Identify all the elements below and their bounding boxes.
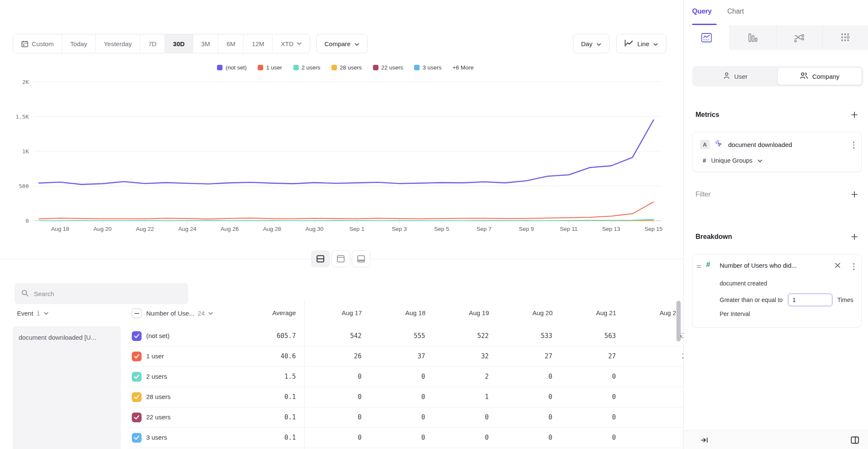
- collapse-panel-icon[interactable]: [701, 437, 708, 443]
- series-column-header[interactable]: Number of Use... 24: [146, 309, 213, 317]
- breakdown-menu-button[interactable]: [851, 261, 857, 272]
- breakdown-card[interactable]: # Number of Users who did... document cr…: [692, 254, 862, 327]
- svg-text:1.5K: 1.5K: [16, 114, 29, 120]
- svg-text:1K: 1K: [22, 148, 29, 155]
- date-column-header: Aug 19: [447, 309, 511, 316]
- hash-icon: #: [703, 157, 706, 164]
- condition-label: Greater than or equal to: [720, 297, 783, 303]
- event-col-label: Event: [17, 310, 33, 317]
- metric-measure-selector[interactable]: # Unique Groups: [703, 157, 762, 164]
- add-filter-button[interactable]: [851, 191, 858, 198]
- layout-toggle-group: [311, 250, 370, 267]
- row-label: 1 user: [146, 352, 164, 360]
- event-column-header[interactable]: Event 1: [17, 309, 49, 317]
- drag-handle-icon[interactable]: [696, 263, 702, 271]
- date-column-header: Aug 21: [574, 309, 638, 316]
- row-value: 0: [574, 373, 638, 380]
- row-value: 0: [320, 413, 384, 421]
- svg-text:Sep 13: Sep 13: [602, 226, 620, 232]
- svg-text:Sep 15: Sep 15: [645, 226, 663, 232]
- row-checkbox[interactable]: [132, 331, 142, 341]
- row-value: 37: [384, 352, 447, 360]
- svg-text:Sep 9: Sep 9: [519, 226, 534, 232]
- table-scrollbar[interactable]: [676, 301, 681, 341]
- chart-type-line-tab[interactable]: [684, 25, 729, 50]
- row-checkbox[interactable]: [132, 372, 142, 382]
- panel-tabs: Query Chart: [684, 0, 868, 25]
- layout-table-only-button[interactable]: [352, 250, 370, 267]
- layout-split-button[interactable]: [311, 250, 330, 267]
- scope-user-label: User: [734, 73, 748, 80]
- row-value: 0: [511, 413, 574, 421]
- row-label: (not set): [146, 332, 170, 339]
- select-all-checkbox[interactable]: [132, 308, 142, 318]
- row-value: 522: [447, 332, 511, 340]
- svg-text:0: 0: [25, 218, 29, 224]
- times-label: Times: [837, 297, 854, 303]
- breakdown-heading: Breakdown: [696, 233, 732, 241]
- panel-footer: [684, 430, 868, 449]
- layout-chart-only-button[interactable]: [331, 250, 350, 267]
- scope-user-option[interactable]: User: [693, 67, 777, 85]
- metric-card[interactable]: A document downloaded # Unique Groups: [692, 132, 862, 172]
- event-list-item[interactable]: document downloaded [U...: [13, 326, 121, 449]
- event-click-icon: [715, 139, 723, 150]
- chart-type-bar-tab[interactable]: [729, 25, 776, 50]
- row-value: 555: [384, 332, 447, 340]
- svg-text:Aug 22: Aug 22: [136, 226, 154, 232]
- chevron-down-icon: [757, 157, 762, 164]
- hash-green-icon: #: [706, 261, 710, 269]
- series-col-count: 24: [198, 310, 205, 317]
- svg-text:500: 500: [19, 183, 29, 189]
- row-value: 32: [447, 352, 511, 360]
- row-value: 0: [511, 393, 574, 401]
- tab-chart[interactable]: Chart: [727, 8, 744, 15]
- per-interval-label: Per Interval: [720, 310, 750, 317]
- row-checkbox[interactable]: [132, 352, 142, 361]
- svg-text:Aug 24: Aug 24: [178, 226, 197, 232]
- svg-text:2K: 2K: [22, 79, 29, 85]
- line-chart: 05001K1.5K2KAug 18Aug 20Aug 22Aug 24Aug …: [0, 0, 683, 271]
- row-label: 3 users: [146, 434, 167, 441]
- row-value: 0: [384, 413, 447, 421]
- row-value: 0: [384, 434, 447, 441]
- split-view-icon[interactable]: [851, 436, 859, 444]
- active-tab-underline: [692, 24, 717, 25]
- svg-text:Sep 1: Sep 1: [349, 226, 364, 232]
- row-checkbox[interactable]: [132, 433, 142, 443]
- row-average: 0.1: [211, 393, 296, 401]
- chart-type-scatter-tab[interactable]: [822, 25, 868, 50]
- add-metric-button[interactable]: [851, 111, 858, 118]
- row-value: 0: [574, 413, 638, 421]
- scope-company-label: Company: [812, 73, 839, 80]
- row-value: 27: [574, 352, 638, 360]
- query-panel: Query Chart User Company Metrics A docum…: [683, 0, 868, 449]
- date-column-header: Aug 17: [320, 309, 384, 316]
- row-value: 0: [511, 373, 574, 380]
- metrics-heading: Metrics: [696, 111, 719, 119]
- add-breakdown-button[interactable]: [851, 233, 858, 240]
- search-icon: [21, 289, 29, 298]
- chart-type-flow-tab[interactable]: [776, 25, 822, 50]
- row-value: 2: [447, 373, 511, 380]
- svg-text:Aug 20: Aug 20: [94, 226, 112, 232]
- date-column-header: Aug 18: [384, 309, 447, 316]
- svg-text:Sep 7: Sep 7: [476, 226, 491, 232]
- row-checkbox[interactable]: [132, 413, 142, 422]
- row-average: 40.6: [211, 352, 296, 360]
- metrics-section-header: Metrics: [696, 111, 858, 119]
- row-checkbox[interactable]: [132, 392, 142, 402]
- close-icon[interactable]: [835, 262, 841, 270]
- main-area: CustomTodayYesterday7D30D3M6M12MXTD Comp…: [0, 0, 683, 449]
- times-value-input[interactable]: [788, 294, 832, 306]
- search-input[interactable]: Search: [14, 283, 188, 304]
- svg-text:Aug 26: Aug 26: [221, 226, 239, 232]
- tab-query[interactable]: Query: [692, 8, 712, 15]
- metric-menu-button[interactable]: [851, 140, 857, 150]
- row-label: 22 users: [146, 413, 171, 421]
- series-col-label: Number of Use...: [146, 310, 194, 317]
- row-value: 0: [574, 393, 638, 401]
- scope-company-option[interactable]: Company: [777, 67, 862, 85]
- svg-text:Aug 28: Aug 28: [263, 226, 281, 232]
- row-average: 0.1: [211, 413, 296, 421]
